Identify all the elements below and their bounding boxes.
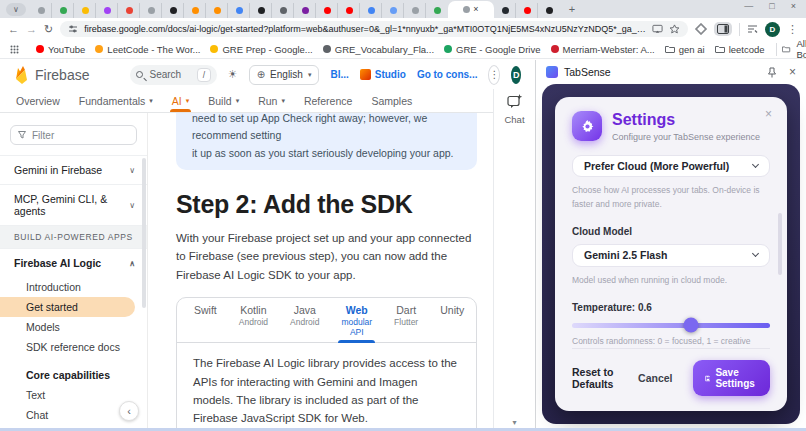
sidebar-item[interactable]: Get started [0, 297, 135, 317]
browser-tab[interactable] [74, 3, 96, 18]
sidebar-item[interactable]: Introduction [0, 277, 147, 297]
sidebar-item[interactable]: Models [0, 317, 147, 337]
browser-tab[interactable] [382, 3, 404, 18]
platform-tab[interactable]: Kotlin Android [228, 298, 279, 342]
browser-tab[interactable] [360, 3, 382, 18]
browser-tab[interactable] [538, 3, 560, 18]
browser-tab[interactable] [494, 3, 516, 18]
browser-tab[interactable] [272, 3, 294, 18]
pin-icon[interactable] [767, 67, 777, 78]
maximize-button[interactable]: □ [769, 1, 774, 11]
browser-tab[interactable] [52, 3, 74, 18]
sidebar-item-label: Chat [26, 409, 48, 421]
theme-toggle-icon[interactable]: ☀ [228, 68, 238, 81]
nav-item[interactable]: Reference [304, 89, 352, 112]
bookmark-item[interactable]: leetcode [710, 44, 770, 55]
bookmark-item[interactable]: YouTube [31, 44, 90, 55]
cast-icon[interactable] [652, 24, 663, 34]
browser-tab[interactable]: × [448, 1, 494, 18]
go-to-console-link[interactable]: Go to cons... [417, 69, 478, 80]
studio-link[interactable]: Studio [360, 69, 406, 80]
browser-tab[interactable] [294, 3, 316, 18]
nav-item[interactable]: Overview [16, 89, 60, 112]
reading-list-icon[interactable] [747, 24, 758, 34]
apps-grid-icon[interactable] [10, 45, 19, 54]
save-settings-button[interactable]: Save Settings [693, 360, 770, 396]
chat-icon[interactable] [507, 94, 523, 109]
sidebar-item[interactable]: Gemini in Firebase ∨ [0, 155, 147, 184]
browser-tab[interactable] [30, 3, 52, 18]
nav-item[interactable]: Build ▾ [208, 89, 239, 112]
sidebar-item[interactable]: Core capabilities [0, 365, 147, 385]
slider-thumb[interactable] [683, 318, 698, 333]
side-panel-close-icon[interactable]: × [789, 66, 796, 78]
cancel-button[interactable]: Cancel [626, 366, 684, 390]
cloud-model-select[interactable]: Gemini 2.5 Flash [572, 244, 770, 267]
platform-tab[interactable]: Swift [183, 298, 228, 342]
bookmark-item[interactable]: GRE - Google Drive [439, 44, 545, 55]
reload-button[interactable]: ↻ [44, 24, 53, 35]
browser-tab[interactable] [118, 3, 140, 18]
bookmark-item[interactable]: LeetCode - The Wor... [90, 44, 205, 55]
back-button[interactable]: ← [8, 24, 19, 35]
sidebar-item[interactable]: BUILD AI-POWERED APPS [0, 225, 147, 248]
docs-search-input[interactable]: Search / [130, 65, 216, 85]
bookmark-item[interactable]: gen ai [660, 44, 710, 55]
sidebar-item[interactable]: SDK reference docs [0, 337, 147, 357]
temperature-slider[interactable] [572, 323, 770, 328]
bookmark-star-icon[interactable] [669, 24, 680, 35]
site-info-icon[interactable] [68, 24, 78, 34]
browser-tab[interactable] [140, 3, 162, 18]
sidebar-item[interactable]: Firebase AI Logic ∧ [0, 248, 147, 277]
card-scrollbar[interactable] [778, 213, 782, 275]
browser-tab[interactable] [426, 3, 448, 18]
docs-profile-avatar[interactable]: D [511, 66, 521, 84]
reset-defaults-button[interactable]: Reset to Defaults [572, 366, 618, 390]
sidebar-item[interactable]: MCP, Gemini CLI, & agents ∨ [0, 184, 147, 225]
platform-tab[interactable]: Java Android [279, 298, 330, 342]
window-close-button[interactable]: × [791, 1, 796, 11]
tab-close-icon[interactable]: × [473, 5, 478, 14]
side-panel-toggle-icon[interactable] [714, 22, 732, 36]
browser-menu-icon[interactable]: ⋮ [787, 23, 798, 36]
chat-label[interactable]: Chat [504, 114, 524, 125]
bookmark-favicon [36, 45, 44, 53]
browser-tab[interactable] [162, 3, 184, 18]
ai-mode-select[interactable]: Prefer Cloud (More Powerful) [572, 155, 770, 178]
browser-tab[interactable] [206, 3, 228, 18]
all-bookmarks-button[interactable]: All Bookmarks [797, 38, 806, 60]
platform-tab[interactable]: Unity [429, 298, 475, 342]
nav-item[interactable]: Run ▾ [258, 89, 285, 112]
browser-tab[interactable] [184, 3, 206, 18]
blog-link[interactable]: Bl... [330, 69, 348, 80]
bookmark-item[interactable]: GRE_Vocabulary_Fla... [318, 44, 439, 55]
browser-tab[interactable] [516, 3, 538, 18]
language-dropdown[interactable]: ⊕ English ▾ [249, 65, 320, 85]
sidebar-collapse-button[interactable]: ‹ [119, 401, 139, 421]
browser-tab[interactable] [338, 3, 360, 18]
new-tab-button[interactable]: + [564, 1, 580, 17]
address-bar[interactable]: firebase.google.com/docs/ai-logic/get-st… [60, 21, 688, 37]
platform-tab[interactable]: Web modular API [330, 298, 383, 342]
sidebar-scrollbar[interactable] [142, 158, 146, 308]
platform-tab[interactable]: Dart Flutter [383, 298, 429, 342]
docs-overflow-menu[interactable]: ⋮ [488, 65, 500, 85]
firebase-logo[interactable]: Firebase [14, 66, 89, 84]
sidebar-filter-input[interactable]: Filter [10, 125, 137, 145]
browser-tab[interactable] [96, 3, 118, 18]
browser-tab[interactable] [404, 3, 426, 18]
nav-item[interactable]: AI ▾ [172, 89, 189, 112]
tab-search-button[interactable]: ∨ [6, 3, 26, 16]
extensions-icon[interactable] [695, 23, 707, 35]
nav-item[interactable]: Samples [371, 89, 412, 112]
forward-button[interactable]: → [26, 24, 37, 35]
browser-tab[interactable] [228, 3, 250, 18]
browser-tab[interactable] [250, 3, 272, 18]
browser-tab[interactable] [316, 3, 338, 18]
browser-profile-avatar[interactable]: D [765, 22, 780, 37]
bookmark-item[interactable]: GRE Prep - Google... [205, 44, 317, 55]
settings-close-icon[interactable]: × [765, 108, 772, 120]
bookmark-item[interactable]: Merriam-Webster: A... [546, 44, 660, 55]
nav-item[interactable]: Fundamentals ▾ [79, 89, 153, 112]
minimize-button[interactable]: — [744, 1, 753, 11]
